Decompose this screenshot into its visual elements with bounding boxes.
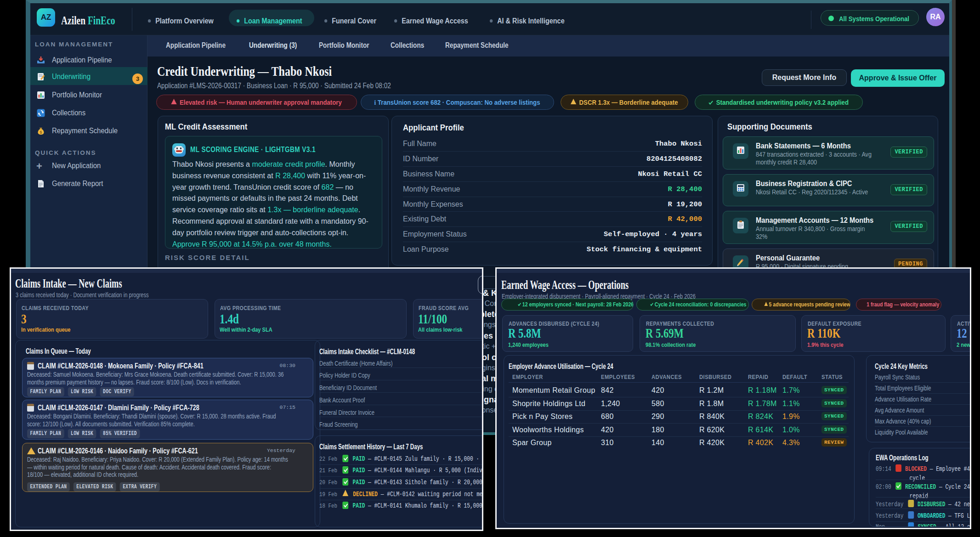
svg-text:$: $ [40, 130, 42, 135]
